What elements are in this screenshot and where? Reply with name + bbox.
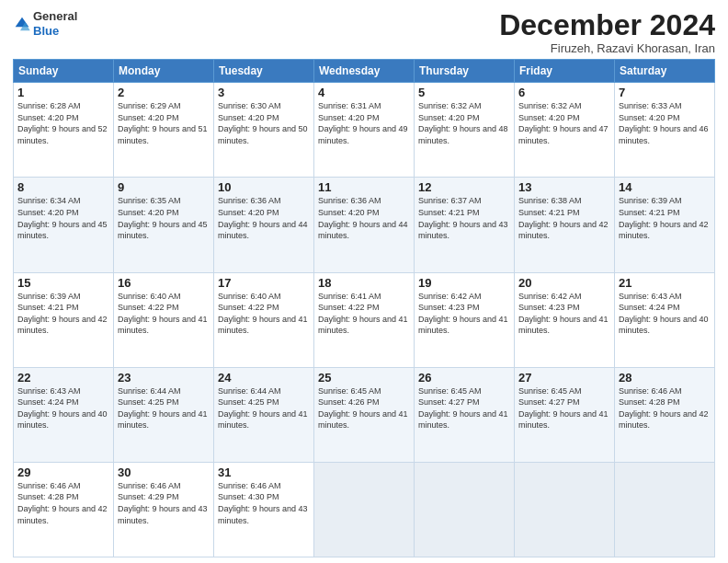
calendar-cell: 30 Sunrise: 6:46 AM Sunset: 4:29 PM Dayl… — [114, 462, 214, 557]
calendar-cell — [415, 462, 515, 557]
day-number: 12 — [418, 180, 510, 194]
day-info: Sunrise: 6:43 AM Sunset: 4:24 PM Dayligh… — [17, 386, 108, 431]
day-number: 6 — [518, 86, 610, 99]
day-info: Sunrise: 6:32 AM Sunset: 4:20 PM Dayligh… — [518, 101, 609, 145]
logo-blue: Blue — [33, 24, 59, 38]
day-number: 9 — [118, 180, 210, 194]
day-info: Sunrise: 6:41 AM Sunset: 4:22 PM Dayligh… — [318, 292, 408, 336]
logo: General Blue — [13, 9, 77, 38]
calendar-cell — [615, 462, 715, 557]
calendar-cell: 9 Sunrise: 6:35 AM Sunset: 4:20 PM Dayli… — [114, 178, 214, 272]
day-info: Sunrise: 6:45 AM Sunset: 4:27 PM Dayligh… — [418, 386, 508, 431]
calendar-cell: 20 Sunrise: 6:42 AM Sunset: 4:23 PM Dayl… — [515, 272, 615, 367]
day-number: 5 — [418, 86, 510, 99]
logo-text: General Blue — [33, 9, 77, 38]
logo-general: General — [33, 9, 77, 23]
day-info: Sunrise: 6:28 AM Sunset: 4:20 PM Dayligh… — [17, 101, 108, 145]
day-info: Sunrise: 6:34 AM Sunset: 4:20 PM Dayligh… — [17, 196, 108, 240]
calendar-cell: 16 Sunrise: 6:40 AM Sunset: 4:22 PM Dayl… — [114, 272, 214, 367]
day-info: Sunrise: 6:39 AM Sunset: 4:21 PM Dayligh… — [619, 196, 709, 240]
day-number: 31 — [218, 465, 310, 479]
day-number: 30 — [118, 465, 210, 479]
calendar-cell: 27 Sunrise: 6:45 AM Sunset: 4:27 PM Dayl… — [515, 367, 615, 462]
th-monday: Monday — [114, 60, 214, 83]
calendar-cell: 1 Sunrise: 6:28 AM Sunset: 4:20 PM Dayli… — [14, 83, 114, 178]
weekday-row: Sunday Monday Tuesday Wednesday Thursday… — [14, 60, 715, 83]
th-tuesday: Tuesday — [214, 60, 314, 83]
day-info: Sunrise: 6:31 AM Sunset: 4:20 PM Dayligh… — [318, 101, 408, 145]
th-saturday: Saturday — [615, 60, 715, 83]
calendar-cell: 5 Sunrise: 6:32 AM Sunset: 4:20 PM Dayli… — [415, 83, 515, 178]
day-info: Sunrise: 6:32 AM Sunset: 4:20 PM Dayligh… — [418, 101, 508, 145]
day-number: 4 — [318, 86, 410, 99]
day-number: 3 — [218, 86, 310, 99]
day-number: 19 — [418, 276, 510, 290]
day-number: 17 — [218, 276, 310, 290]
week-row-2: 8 Sunrise: 6:34 AM Sunset: 4:20 PM Dayli… — [14, 178, 715, 272]
day-info: Sunrise: 6:46 AM Sunset: 4:28 PM Dayligh… — [17, 481, 108, 525]
day-info: Sunrise: 6:46 AM Sunset: 4:28 PM Dayligh… — [619, 386, 709, 431]
calendar-cell: 23 Sunrise: 6:44 AM Sunset: 4:25 PM Dayl… — [114, 367, 214, 462]
day-number: 16 — [118, 276, 210, 290]
calendar-header: Sunday Monday Tuesday Wednesday Thursday… — [14, 60, 715, 83]
calendar-cell: 25 Sunrise: 6:45 AM Sunset: 4:26 PM Dayl… — [314, 367, 415, 462]
day-info: Sunrise: 6:37 AM Sunset: 4:21 PM Dayligh… — [418, 196, 508, 240]
day-info: Sunrise: 6:29 AM Sunset: 4:20 PM Dayligh… — [118, 101, 208, 145]
day-number: 25 — [318, 371, 410, 385]
week-row-5: 29 Sunrise: 6:46 AM Sunset: 4:28 PM Dayl… — [14, 462, 715, 557]
day-number: 10 — [218, 180, 310, 194]
calendar-cell: 22 Sunrise: 6:43 AM Sunset: 4:24 PM Dayl… — [14, 367, 114, 462]
calendar-cell: 6 Sunrise: 6:32 AM Sunset: 4:20 PM Dayli… — [515, 83, 615, 178]
day-number: 22 — [17, 371, 109, 385]
calendar-cell: 24 Sunrise: 6:44 AM Sunset: 4:25 PM Dayl… — [214, 367, 314, 462]
calendar-cell: 31 Sunrise: 6:46 AM Sunset: 4:30 PM Dayl… — [214, 462, 314, 557]
calendar-cell: 14 Sunrise: 6:39 AM Sunset: 4:21 PM Dayl… — [615, 178, 715, 272]
calendar-cell: 2 Sunrise: 6:29 AM Sunset: 4:20 PM Dayli… — [114, 83, 214, 178]
day-info: Sunrise: 6:46 AM Sunset: 4:29 PM Dayligh… — [118, 481, 208, 525]
day-info: Sunrise: 6:30 AM Sunset: 4:20 PM Dayligh… — [218, 101, 308, 145]
day-info: Sunrise: 6:40 AM Sunset: 4:22 PM Dayligh… — [118, 292, 208, 336]
calendar-cell: 10 Sunrise: 6:36 AM Sunset: 4:20 PM Dayl… — [214, 178, 314, 272]
header-right: December 2024 Firuzeh, Razavi Khorasan, … — [499, 9, 715, 55]
day-info: Sunrise: 6:36 AM Sunset: 4:20 PM Dayligh… — [218, 196, 308, 240]
day-number: 2 — [118, 86, 210, 99]
calendar-body: 1 Sunrise: 6:28 AM Sunset: 4:20 PM Dayli… — [14, 83, 715, 557]
day-info: Sunrise: 6:33 AM Sunset: 4:20 PM Dayligh… — [619, 101, 709, 145]
day-number: 24 — [218, 371, 310, 385]
day-number: 13 — [518, 180, 610, 194]
day-number: 11 — [318, 180, 410, 194]
calendar-cell: 19 Sunrise: 6:42 AM Sunset: 4:23 PM Dayl… — [415, 272, 515, 367]
calendar-cell: 21 Sunrise: 6:43 AM Sunset: 4:24 PM Dayl… — [615, 272, 715, 367]
day-info: Sunrise: 6:42 AM Sunset: 4:23 PM Dayligh… — [518, 292, 609, 336]
day-info: Sunrise: 6:42 AM Sunset: 4:23 PM Dayligh… — [418, 292, 508, 336]
day-info: Sunrise: 6:36 AM Sunset: 4:20 PM Dayligh… — [318, 196, 408, 240]
day-info: Sunrise: 6:45 AM Sunset: 4:26 PM Dayligh… — [318, 386, 408, 431]
logo-icon — [13, 15, 31, 33]
day-info: Sunrise: 6:46 AM Sunset: 4:30 PM Dayligh… — [218, 481, 308, 525]
day-info: Sunrise: 6:35 AM Sunset: 4:20 PM Dayligh… — [118, 196, 208, 240]
calendar-table: Sunday Monday Tuesday Wednesday Thursday… — [13, 59, 715, 557]
day-info: Sunrise: 6:45 AM Sunset: 4:27 PM Dayligh… — [518, 386, 609, 431]
day-number: 29 — [17, 465, 109, 479]
calendar-cell: 11 Sunrise: 6:36 AM Sunset: 4:20 PM Dayl… — [314, 178, 415, 272]
calendar-cell — [314, 462, 415, 557]
calendar-cell: 12 Sunrise: 6:37 AM Sunset: 4:21 PM Dayl… — [415, 178, 515, 272]
calendar-cell: 29 Sunrise: 6:46 AM Sunset: 4:28 PM Dayl… — [14, 462, 114, 557]
week-row-3: 15 Sunrise: 6:39 AM Sunset: 4:21 PM Dayl… — [14, 272, 715, 367]
page: General Blue December 2024 Firuzeh, Raza… — [0, 0, 728, 563]
day-number: 26 — [418, 371, 510, 385]
calendar-cell: 4 Sunrise: 6:31 AM Sunset: 4:20 PM Dayli… — [314, 83, 415, 178]
day-number: 7 — [619, 86, 711, 99]
calendar-cell — [515, 462, 615, 557]
calendar-subtitle: Firuzeh, Razavi Khorasan, Iran — [499, 41, 715, 55]
day-info: Sunrise: 6:43 AM Sunset: 4:24 PM Dayligh… — [619, 292, 709, 336]
calendar-cell: 7 Sunrise: 6:33 AM Sunset: 4:20 PM Dayli… — [615, 83, 715, 178]
th-thursday: Thursday — [415, 60, 515, 83]
day-number: 28 — [619, 371, 711, 385]
day-info: Sunrise: 6:44 AM Sunset: 4:25 PM Dayligh… — [218, 386, 308, 431]
calendar-cell: 3 Sunrise: 6:30 AM Sunset: 4:20 PM Dayli… — [214, 83, 314, 178]
day-info: Sunrise: 6:38 AM Sunset: 4:21 PM Dayligh… — [518, 196, 609, 240]
day-number: 21 — [619, 276, 711, 290]
day-info: Sunrise: 6:40 AM Sunset: 4:22 PM Dayligh… — [218, 292, 308, 336]
calendar-cell: 13 Sunrise: 6:38 AM Sunset: 4:21 PM Dayl… — [515, 178, 615, 272]
